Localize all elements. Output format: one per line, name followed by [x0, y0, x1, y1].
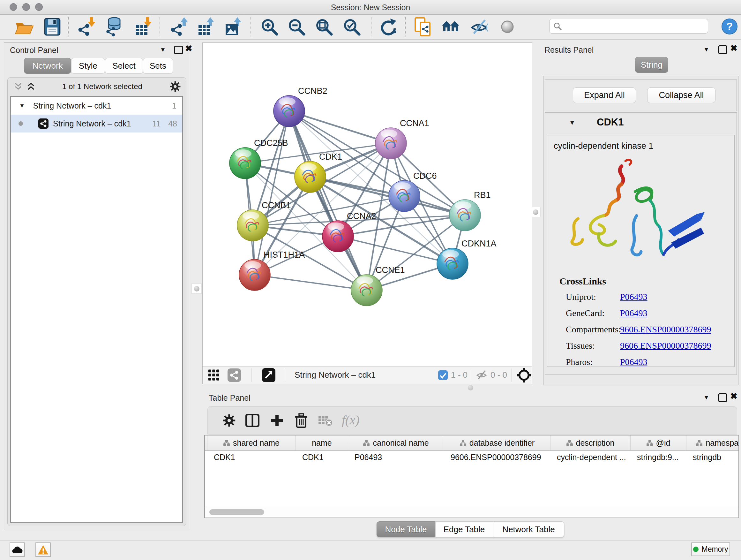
toolbar-separator: [405, 17, 406, 37]
network-edge[interactable]: [289, 111, 391, 143]
column-header[interactable]: name: [296, 435, 348, 450]
network-node[interactable]: CDK1: [294, 152, 342, 192]
zoom-selected-icon[interactable]: [343, 18, 360, 36]
panel-float-icon[interactable]: ▼: [703, 394, 710, 401]
network-node[interactable]: RB1: [449, 190, 491, 231]
show-columns-icon[interactable]: [246, 414, 259, 427]
import-table-icon[interactable]: [134, 17, 152, 37]
scrollbar-thumb[interactable]: [209, 509, 264, 515]
refresh-icon[interactable]: [379, 18, 397, 36]
panel-restore-icon[interactable]: [174, 46, 183, 54]
tab-edge-table[interactable]: Edge Table: [435, 521, 493, 537]
collapse-all-button[interactable]: Collapse All: [647, 87, 716, 103]
horizontal-splitter-handle[interactable]: [468, 385, 473, 390]
search-field[interactable]: [549, 19, 708, 34]
panel-float-icon[interactable]: ▼: [703, 46, 710, 53]
network-edge[interactable]: [289, 111, 367, 290]
window-title: Session: New Session: [0, 3, 741, 12]
gallery-houses-icon[interactable]: [441, 19, 460, 35]
export-network-icon[interactable]: [170, 17, 188, 37]
network-options-gear-icon[interactable]: [170, 81, 181, 92]
column-header[interactable]: namespace: [686, 435, 739, 450]
tab-sets[interactable]: Sets: [143, 58, 173, 74]
memory-button[interactable]: Memory: [691, 543, 730, 556]
node-label: CDC25B: [254, 138, 288, 148]
tab-network-table[interactable]: Network Table: [493, 521, 564, 537]
zoom-out-icon[interactable]: [287, 18, 306, 36]
collection-expand-caret[interactable]: ▼: [19, 103, 25, 109]
horizontal-scrollbar[interactable]: [205, 508, 738, 516]
gene-detail-box: cyclin-dependent kinase 1: [547, 135, 735, 367]
network-node[interactable]: CDKN1A: [437, 239, 496, 279]
toolbar-separator: [512, 368, 512, 382]
collapse-all-chevron-icon[interactable]: [14, 82, 22, 91]
application-window: Session: New Session: [0, 0, 741, 560]
birdseye-navigator-icon[interactable]: [517, 368, 531, 382]
vertical-splitter-handle-left[interactable]: [192, 284, 202, 294]
column-header[interactable]: description: [550, 435, 630, 450]
network-badge-gray-icon[interactable]: [227, 368, 241, 382]
column-header[interactable]: @id: [630, 435, 686, 450]
cloud-status-button[interactable]: [10, 543, 25, 557]
import-network-icon[interactable]: [77, 17, 96, 37]
tab-string[interactable]: String: [635, 57, 668, 73]
show-details-eye-icon[interactable]: [500, 19, 515, 35]
network-node[interactable]: CCNB1: [237, 200, 291, 241]
table-cell: stringdb:9...: [630, 453, 686, 462]
warnings-button[interactable]: [36, 543, 51, 557]
network-edge-count: 48: [168, 119, 177, 128]
expand-all-button[interactable]: Expand All: [573, 87, 636, 103]
network-canvas[interactable]: CCNB2CCNA1CDC25BCDK1CDC6RB1CCNB1CCNA2CDK…: [203, 43, 532, 366]
help-icon[interactable]: ?: [721, 18, 738, 35]
panel-close-icon[interactable]: ✖: [730, 393, 738, 400]
memory-status-dot: [693, 547, 698, 552]
network-node[interactable]: CCNA1: [375, 118, 429, 159]
grid-view-icon[interactable]: [208, 369, 220, 381]
column-header[interactable]: database identifier: [444, 435, 550, 450]
detach-view-icon[interactable]: [262, 368, 275, 382]
network-collection-row[interactable]: ▼ String Network – cdk1 1: [11, 97, 182, 115]
annotation-documents-icon[interactable]: [414, 17, 432, 37]
zoom-fit-icon[interactable]: [315, 18, 333, 36]
add-column-icon[interactable]: [270, 414, 284, 427]
column-header[interactable]: canonical name: [348, 435, 444, 450]
tab-style[interactable]: Style: [71, 58, 105, 74]
tab-network[interactable]: Network: [24, 58, 71, 74]
search-input[interactable]: [564, 21, 708, 31]
crosslink-link[interactable]: P06493: [620, 292, 648, 302]
zoom-in-icon[interactable]: [260, 18, 278, 36]
selected-checkbox-icon[interactable]: [438, 370, 448, 380]
panel-close-icon[interactable]: ✖: [185, 45, 192, 52]
panel-restore-icon[interactable]: [718, 45, 727, 54]
panel-close-icon[interactable]: ✖: [730, 45, 738, 52]
crosslink-link[interactable]: P06493: [620, 357, 648, 367]
control-panel-title: Control Panel: [10, 46, 58, 55]
open-file-icon[interactable]: [14, 18, 34, 36]
export-table-icon[interactable]: [197, 17, 214, 37]
save-session-icon[interactable]: [44, 18, 61, 36]
expand-all-chevron-icon[interactable]: [27, 82, 35, 91]
panel-float-icon[interactable]: ▼: [160, 46, 166, 53]
crosslink-link[interactable]: P06493: [620, 308, 648, 318]
results-panel-title: Results Panel: [544, 45, 594, 55]
network-edge[interactable]: [255, 275, 367, 290]
delete-table-icon: [318, 415, 333, 427]
crosslink-link[interactable]: 9606.ENSP00000378699: [620, 324, 711, 334]
tab-node-table[interactable]: Node Table: [377, 521, 435, 537]
import-database-icon[interactable]: [105, 17, 124, 37]
hide-details-eye-icon[interactable]: [470, 18, 488, 36]
export-image-icon[interactable]: [224, 17, 242, 37]
panel-restore-icon[interactable]: [718, 393, 727, 402]
delete-column-trash-icon[interactable]: [294, 413, 308, 428]
network-row[interactable]: String Network – cdk1 11 48: [11, 115, 182, 132]
table-options-gear-icon[interactable]: [222, 414, 236, 427]
section-collapse-caret[interactable]: ▼: [569, 119, 576, 126]
network-node[interactable]: HIST1H1A: [239, 250, 305, 291]
crosslink-link[interactable]: 9606.ENSP00000378699: [620, 341, 711, 351]
table-row[interactable]: CDK1 CDK1 P06493 9606.ENSP00000378699 cy…: [205, 451, 738, 463]
tab-select[interactable]: Select: [105, 58, 143, 74]
network-list-header: 1 of 1 Network selected: [8, 78, 186, 96]
table-cell: 9606.ENSP00000378699: [444, 453, 550, 462]
memory-label: Memory: [701, 545, 728, 554]
column-header[interactable]: shared name: [207, 435, 296, 450]
